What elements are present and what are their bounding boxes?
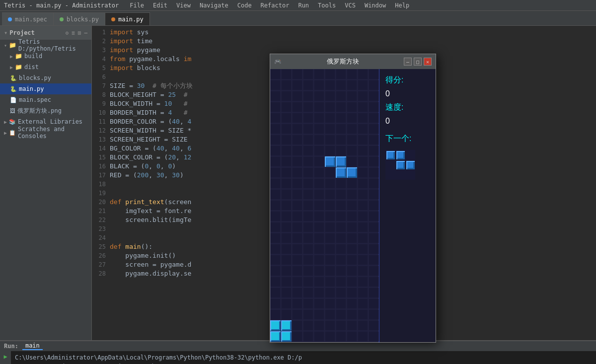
tab-main-label: main.py	[118, 16, 144, 23]
ext-libraries-icon: 📚	[9, 119, 16, 125]
sidebar-item-dist[interactable]: ▶ 📁 dist	[0, 62, 91, 73]
layout-icon[interactable]: ⊞	[78, 30, 81, 36]
chevron-down-icon: ▾	[4, 29, 7, 36]
tab-blocks-icon	[60, 17, 64, 21]
code-line: 1 import sys	[92, 28, 596, 37]
speed-value: 0	[385, 117, 430, 126]
code-line: 2 import time	[92, 37, 596, 46]
sidebar-item-main-label: main.py	[19, 85, 44, 92]
chevron-ext-icon: ▶	[4, 119, 7, 125]
score-value: 0	[385, 89, 430, 98]
tab-main[interactable]: main.py	[105, 12, 150, 25]
sort-icon[interactable]: ≡	[72, 30, 75, 36]
project-header: ▾ Project ⚙ ≡ ⊞ —	[0, 26, 91, 40]
folder-icon: 📁	[9, 42, 16, 49]
sidebar-item-png[interactable]: 🖼 俄罗斯方块.png	[0, 105, 91, 116]
tab-blocks[interactable]: blocks.py	[54, 12, 105, 25]
scratches-icon: 📋	[9, 130, 16, 136]
tab-blocks-label: blocks.py	[67, 16, 99, 23]
chevron-icon: ▾	[4, 43, 7, 48]
project-icons: ⚙ ≡ ⊞ —	[66, 30, 88, 36]
png-icon: 🖼	[10, 108, 15, 114]
tetris-canvas	[270, 69, 379, 342]
tab-spec-label: main.spec	[15, 16, 47, 23]
tetris-body: 得分: 0 速度: 0 下一个:	[270, 69, 436, 342]
run-label: Run:	[4, 343, 18, 350]
run-output-line-2: pygame 2.0.0 (SDL 2.0.12, python 3.8.0)	[15, 362, 592, 364]
sidebar-item-scratches[interactable]: ▶ 📋 Scratches and Consoles	[0, 127, 91, 138]
folder-dist-icon: 📁	[15, 64, 22, 71]
play-icon[interactable]: ▶	[2, 353, 9, 360]
py-main-icon: 🐍	[10, 86, 17, 92]
minus-icon[interactable]: —	[84, 30, 87, 36]
py-blocks-icon: 🐍	[10, 75, 17, 81]
run-tab-active[interactable]: main	[22, 342, 43, 350]
sidebar-item-build-label: build	[24, 53, 42, 60]
tetris-title-text: 俄罗斯方块	[284, 57, 402, 66]
sidebar-item-external-label: External Libraries	[18, 118, 82, 125]
minimize-button[interactable]: —	[404, 58, 412, 66]
tab-main-icon	[111, 17, 115, 21]
gear-icon[interactable]: ⚙	[66, 30, 69, 36]
run-sidebar: ▶ ■ ↻ ≡ ✕	[0, 351, 11, 364]
chevron-right-icon-dist: ▶	[10, 65, 13, 70]
menu-navigate[interactable]: Navigate	[196, 1, 232, 10]
speed-label: 速度:	[385, 102, 430, 113]
sidebar-item-blocks-label: blocks.py	[19, 74, 51, 81]
next-piece-area	[385, 150, 415, 180]
sidebar-item-blocks[interactable]: 🐍 blocks.py	[0, 73, 91, 83]
sidebar-item-spec-label: main.spec	[19, 96, 51, 103]
tab-bar: main.spec blocks.py main.py	[0, 11, 596, 26]
menu-refactor[interactable]: Refactor	[257, 1, 294, 10]
sidebar-item-main[interactable]: 🐍 main.py	[0, 83, 91, 94]
run-panel: Run: main ▶ ■ ↻ ≡ ✕ C:\Users\Administrat…	[0, 340, 596, 364]
run-content: ▶ ■ ↻ ≡ ✕ C:\Users\Administrator\AppData…	[0, 351, 596, 364]
menu-tools[interactable]: Tools	[314, 1, 340, 10]
tab-spec[interactable]: main.spec	[2, 12, 54, 25]
sidebar-item-tetris[interactable]: ▾ 📁 Tetris D:/python/Tetris	[0, 40, 91, 51]
menu-code[interactable]: Code	[233, 1, 256, 10]
run-header: Run: main	[0, 341, 596, 351]
menu-bar: Tetris - main.py - Administrator File Ed…	[0, 0, 596, 11]
run-output-line-1: C:\Users\Administrator\AppData\Local\Pro…	[15, 353, 592, 362]
app-title: Tetris - main.py - Administrator	[4, 2, 119, 9]
sidebar-item-spec[interactable]: 📄 main.spec	[0, 94, 91, 105]
spec-icon: 📄	[10, 97, 17, 103]
menu-vcs[interactable]: VCS	[341, 1, 360, 10]
maximize-button[interactable]: □	[414, 58, 422, 66]
sidebar-item-label: Tetris D:/python/Tetris	[18, 38, 91, 52]
tetris-title-icon: 🎮	[274, 58, 282, 65]
score-label: 得分:	[385, 75, 430, 85]
sidebar-item-scratches-label: Scratches and Consoles	[18, 126, 91, 140]
sidebar-item-build[interactable]: ▶ 📁 build	[0, 51, 91, 62]
chevron-scratch-icon: ▶	[4, 130, 7, 136]
close-button[interactable]: ✕	[424, 58, 432, 66]
next-canvas	[385, 150, 415, 180]
tetris-titlebar: 🎮 俄罗斯方块 — □ ✕	[270, 54, 436, 69]
sidebar-item-dist-label: dist	[24, 64, 39, 71]
menu-run[interactable]: Run	[294, 1, 313, 10]
tetris-grid	[270, 69, 379, 342]
next-label: 下一个:	[385, 134, 430, 144]
menu-window[interactable]: Window	[361, 1, 390, 10]
menu-file[interactable]: File	[126, 1, 148, 10]
run-output: C:\Users\Administrator\AppData\Local\Pro…	[11, 351, 596, 364]
tetris-side: 得分: 0 速度: 0 下一个:	[379, 69, 436, 342]
sidebar-item-png-label: 俄罗斯方块.png	[17, 107, 62, 115]
menu-help[interactable]: Help	[391, 1, 413, 10]
project-label: Project	[9, 29, 35, 36]
menu-edit[interactable]: Edit	[149, 1, 171, 10]
tetris-window[interactable]: 🎮 俄罗斯方块 — □ ✕ 得分: 0 速度: 0 下一个:	[270, 54, 436, 343]
menu-view[interactable]: View	[172, 1, 195, 10]
tab-spec-icon	[8, 17, 12, 21]
folder-build-icon: 📁	[15, 53, 22, 60]
sidebar: ▾ Project ⚙ ≡ ⊞ — ▾ 📁 Tetris D:/python/T…	[0, 26, 92, 340]
chevron-right-icon: ▶	[10, 54, 13, 59]
